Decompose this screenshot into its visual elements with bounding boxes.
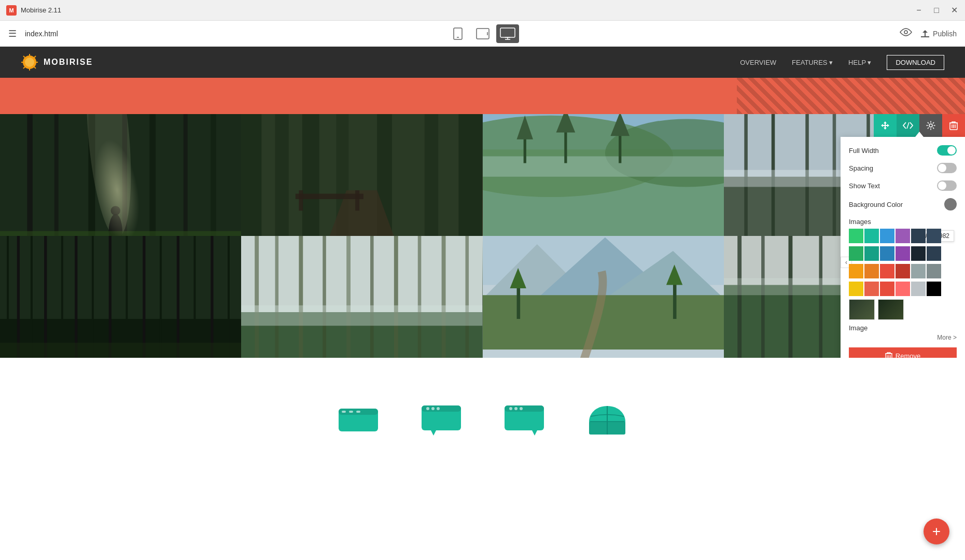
svg-rect-81 bbox=[211, 236, 213, 358]
block-delete-button[interactable] bbox=[942, 114, 965, 137]
panel-arrow bbox=[915, 132, 924, 137]
color-swatch-8[interactable] bbox=[864, 246, 879, 261]
svg-rect-92 bbox=[394, 236, 398, 358]
block-move-button[interactable] bbox=[874, 114, 897, 137]
gallery-cell-6[interactable] bbox=[241, 236, 482, 358]
color-swatch-2[interactable] bbox=[864, 229, 879, 243]
color-swatch-6[interactable] bbox=[927, 229, 941, 243]
gallery-section: Full Width Spacing Show Text Background … bbox=[0, 114, 965, 358]
svg-point-148 bbox=[520, 407, 523, 410]
svg-rect-21 bbox=[27, 114, 32, 236]
nav-features[interactable]: FEATURES ▾ bbox=[792, 59, 833, 66]
svg-point-8 bbox=[904, 31, 907, 34]
full-width-toggle[interactable] bbox=[937, 145, 957, 156]
svg-rect-43 bbox=[355, 190, 359, 211]
color-swatch-15[interactable] bbox=[880, 264, 894, 278]
close-button[interactable]: ✕ bbox=[949, 6, 959, 15]
desktop-view-button[interactable] bbox=[496, 24, 519, 43]
color-swatch-13[interactable] bbox=[849, 264, 863, 278]
publish-button[interactable]: Publish bbox=[920, 30, 957, 38]
remove-icon bbox=[885, 352, 892, 358]
nav-help[interactable]: HELP ▾ bbox=[848, 59, 871, 66]
svg-line-17 bbox=[34, 67, 36, 68]
nav-download[interactable]: DOWNLOAD bbox=[887, 55, 944, 70]
bg-color-swatch[interactable] bbox=[944, 198, 957, 211]
svg-rect-91 bbox=[370, 236, 374, 358]
svg-rect-74 bbox=[92, 236, 94, 358]
spacing-toggle[interactable] bbox=[937, 163, 957, 173]
preview-icon[interactable] bbox=[900, 28, 912, 39]
svg-point-142 bbox=[437, 407, 440, 410]
svg-rect-78 bbox=[160, 236, 162, 358]
nav-overview[interactable]: OVERVIEW bbox=[740, 59, 776, 66]
window-controls: − □ ✕ bbox=[914, 6, 959, 15]
show-text-toggle[interactable] bbox=[937, 180, 957, 191]
svg-line-16 bbox=[23, 56, 25, 58]
svg-rect-76 bbox=[125, 236, 128, 358]
svg-rect-4 bbox=[500, 28, 515, 37]
app-logo: M Mobirise 2.11 bbox=[6, 5, 61, 16]
svg-rect-39 bbox=[459, 114, 483, 236]
color-swatch-14[interactable] bbox=[864, 264, 879, 278]
color-swatch-12[interactable] bbox=[927, 246, 941, 261]
svg-rect-69 bbox=[17, 236, 20, 358]
color-swatch-16[interactable] bbox=[896, 264, 910, 278]
svg-rect-112 bbox=[819, 236, 822, 358]
color-swatch-19[interactable] bbox=[849, 282, 863, 296]
banner-pattern bbox=[737, 78, 965, 114]
images-section: Images ‹ #553982 bbox=[849, 218, 957, 296]
site-navbar: MOBIRISE OVERVIEW FEATURES ▾ HELP ▾ DOWN… bbox=[0, 47, 965, 78]
color-swatch-9[interactable] bbox=[880, 246, 894, 261]
app-title: Mobirise 2.11 bbox=[21, 6, 61, 14]
remove-label: Remove bbox=[896, 352, 920, 358]
menu-icon[interactable]: ☰ bbox=[8, 28, 17, 39]
color-swatch-17[interactable] bbox=[911, 264, 926, 278]
gallery-cell-3[interactable] bbox=[483, 114, 724, 236]
tablet-view-button[interactable] bbox=[471, 24, 494, 43]
color-swatch-24[interactable] bbox=[927, 282, 941, 296]
svg-point-30 bbox=[111, 206, 120, 215]
color-swatch-22[interactable] bbox=[896, 282, 910, 296]
color-swatch-10[interactable] bbox=[896, 246, 910, 261]
bg-color-label: Background Color bbox=[849, 201, 903, 208]
color-swatch-4[interactable]: #553982 bbox=[896, 229, 910, 243]
svg-rect-48 bbox=[483, 156, 724, 176]
color-swatch-7[interactable] bbox=[849, 246, 863, 261]
fab-add-button[interactable]: + bbox=[924, 519, 949, 544]
color-swatch-20[interactable] bbox=[864, 282, 879, 296]
svg-rect-34 bbox=[275, 114, 289, 236]
remove-button[interactable]: Remove bbox=[849, 347, 957, 358]
feature-svg-2 bbox=[421, 403, 462, 437]
minimize-button[interactable]: − bbox=[914, 6, 924, 15]
svg-rect-83 bbox=[0, 343, 241, 358]
image-label: Image bbox=[849, 324, 868, 332]
gallery-cell-1[interactable] bbox=[0, 114, 241, 236]
gallery-cell-2[interactable] bbox=[241, 114, 482, 236]
image-thumb-1[interactable] bbox=[849, 299, 875, 320]
svg-point-122 bbox=[929, 124, 932, 127]
site-logo: MOBIRISE bbox=[21, 53, 93, 71]
svg-rect-9 bbox=[921, 36, 929, 37]
color-palette-row3 bbox=[849, 264, 957, 278]
color-swatch-21[interactable] bbox=[880, 282, 894, 296]
maximize-button[interactable]: □ bbox=[932, 6, 941, 15]
image-thumb-2[interactable] bbox=[878, 299, 904, 320]
color-swatch-1[interactable] bbox=[849, 229, 863, 243]
more-link[interactable]: More > bbox=[849, 334, 957, 341]
svg-rect-53 bbox=[619, 133, 621, 163]
gallery-cell-7[interactable] bbox=[483, 236, 724, 358]
color-swatch-11[interactable] bbox=[911, 246, 926, 261]
color-swatch-5[interactable] bbox=[911, 229, 926, 243]
color-swatch-3[interactable] bbox=[880, 229, 894, 243]
gallery-cell-5[interactable] bbox=[0, 236, 241, 358]
svg-rect-38 bbox=[425, 114, 438, 236]
mobile-view-button[interactable] bbox=[446, 24, 469, 43]
svg-rect-95 bbox=[466, 236, 469, 358]
gallery-grid bbox=[0, 114, 965, 358]
color-swatch-23[interactable] bbox=[911, 282, 926, 296]
color-swatch-18[interactable] bbox=[927, 264, 941, 278]
svg-rect-75 bbox=[109, 236, 111, 358]
svg-rect-27 bbox=[211, 114, 216, 236]
svg-rect-71 bbox=[44, 236, 47, 358]
svg-line-19 bbox=[23, 67, 25, 68]
